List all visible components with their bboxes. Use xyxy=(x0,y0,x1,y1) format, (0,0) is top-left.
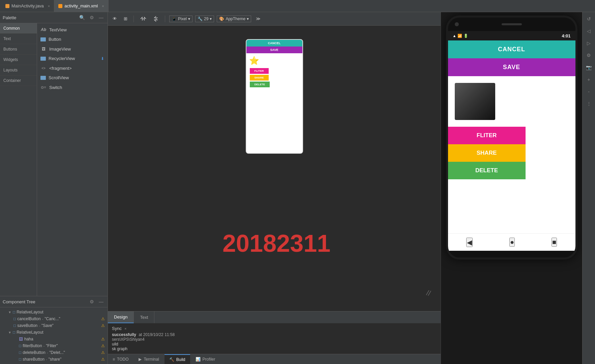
tree-item-relativelayout-root[interactable]: ▼ □ RelativeLayout xyxy=(0,309,108,315)
sync-close-btn[interactable]: × xyxy=(124,327,126,331)
tab-main-activity[interactable]: MainActivity.java × xyxy=(1,0,54,12)
palette-cat-text[interactable]: Text xyxy=(0,34,37,44)
tree-item-fliter-button[interactable]: □ fliterButton - "Fliter" ⚠ xyxy=(0,342,108,349)
tab-activity-main-close[interactable]: × xyxy=(102,4,104,8)
signal-icon: 📶 xyxy=(457,34,462,38)
design-canvas[interactable]: CANCEL SAVE ⭐ FLITER SHARE DELETE // 201… xyxy=(108,26,441,311)
palette-item-switch[interactable]: ⊙= Switch xyxy=(37,82,108,92)
grid-button[interactable]: ⊞ xyxy=(122,15,129,22)
build-tab-terminal[interactable]: ▶ Terminal xyxy=(134,354,163,364)
panel-left-button[interactable]: ◁ xyxy=(586,27,592,35)
panel-camera-button[interactable]: 📷 xyxy=(585,63,593,71)
theme-dropdown[interactable]: 🎨 AppTheme ▾ xyxy=(217,16,251,22)
folder-icon-delete: □ xyxy=(19,350,21,355)
java-icon xyxy=(5,4,9,8)
tree-item-share-label: shareButton xyxy=(23,357,44,362)
panel-gear-button[interactable]: ⚙ xyxy=(585,51,592,59)
device-dropdown[interactable]: 📱 Pixel ▾ xyxy=(169,16,192,22)
tree-settings-button[interactable]: ⚙ xyxy=(88,298,95,305)
phone-cancel-button[interactable]: CANCEL xyxy=(448,40,575,58)
panel-right-button[interactable]: ▷ xyxy=(586,39,592,47)
build-success-line: successfully at 2019/10/22 11:58 xyxy=(112,332,437,337)
mini-delete: DELETE xyxy=(250,82,270,87)
tree-item-relativelayout-root-label: RelativeLayout xyxy=(17,310,43,314)
phone-recent-button[interactable]: ■ xyxy=(552,238,557,247)
build-text: uild xyxy=(112,342,118,346)
tree-item-share-button[interactable]: □ shareButton - "share" ⚠ xyxy=(0,356,108,363)
folder-icon-cancel: □ xyxy=(13,316,16,321)
phone-delete-button[interactable]: DELETE xyxy=(448,162,526,179)
palette-cat-container[interactable]: Container xyxy=(0,75,37,86)
build-tab-profiler[interactable]: 📊 Profiler xyxy=(191,354,220,364)
panel-more-button[interactable]: ⋮ xyxy=(585,100,593,108)
build-tab-build[interactable]: 🔨 Build xyxy=(165,354,190,364)
tab-main-activity-close[interactable]: × xyxy=(48,4,50,8)
build-tab-profiler-label: Profiler xyxy=(203,357,215,362)
folder-icon-fliter: □ xyxy=(19,343,21,348)
phone-screen: CANCEL SAVE FLITER SHARE DELETE xyxy=(448,40,575,233)
tree-item-save-value: "Save" xyxy=(41,323,54,328)
build-path-line: sers\XPS\Shiyan4 xyxy=(112,337,437,342)
phone-home-button[interactable]: ● xyxy=(509,238,515,247)
warn-icon-fliter: ⚠ xyxy=(101,343,105,348)
palette-item-textview[interactable]: Ab TextView xyxy=(37,25,108,35)
build-tab-todo[interactable]: ≡ TODO xyxy=(108,354,133,364)
phone-share-button[interactable]: SHARE xyxy=(448,144,526,162)
palette-item-imageview[interactable]: 🖼 ImageView xyxy=(37,44,108,54)
build-tab-todo-label: TODO xyxy=(117,357,128,362)
tree-minimize-button[interactable]: — xyxy=(97,298,105,305)
arrow-up-down-button[interactable] xyxy=(151,14,161,23)
imageview-icon: 🖼 xyxy=(40,46,47,52)
panel-rotate-button[interactable]: ↺ xyxy=(586,15,592,23)
mini-phone-preview: CANCEL SAVE ⭐ FLITER SHARE DELETE xyxy=(246,39,303,154)
battery-icon: 🔋 xyxy=(464,34,468,38)
more-button[interactable]: ≫ xyxy=(254,15,263,22)
image-icon-haha: 🖼 xyxy=(19,337,23,341)
phone-save-button[interactable]: SAVE xyxy=(448,58,575,76)
palette-cat-layouts[interactable]: Layouts xyxy=(0,65,37,75)
expand-arrow-icon: ▼ xyxy=(8,310,11,314)
palette-settings-button[interactable]: ⚙ xyxy=(88,14,95,21)
tab-text[interactable]: Text xyxy=(134,311,154,323)
path-text: sers\XPS\Shiyan4 xyxy=(112,337,145,342)
arrow-left-button[interactable] xyxy=(138,15,149,23)
tree-item-delete-button[interactable]: □ deleteButton - "Delet..." ⚠ xyxy=(0,349,108,356)
palette-item-recyclerview[interactable]: RecyclerView ⬇ xyxy=(37,54,108,63)
tree-item-haha[interactable]: 🖼 haha ⚠ xyxy=(0,336,108,342)
phone-speaker xyxy=(502,23,522,25)
palette-search-button[interactable]: 🔍 xyxy=(78,14,86,21)
palette-item-fragment[interactable]: <> <fragment> xyxy=(37,63,108,73)
api-dropdown[interactable]: 🔧 29 ▾ xyxy=(195,16,214,22)
palette-cat-buttons[interactable]: Buttons xyxy=(0,44,37,55)
palette-item-textview-label: TextView xyxy=(49,27,67,32)
tree-item-save-button[interactable]: □ saveButton - "Save" ⚠ xyxy=(0,322,108,329)
phone-status-icons: ▲ 📶 🔋 xyxy=(453,34,469,38)
folder-icon-share: □ xyxy=(19,357,21,362)
component-tree: Component Tree ⚙ — ▼ □ RelativeLayout □ … xyxy=(0,296,108,364)
tree-item-cancel-button[interactable]: □ cancelButton - "Canc..." ⚠ xyxy=(0,315,108,322)
todo-icon: ≡ xyxy=(113,357,115,362)
main-area: Palette 🔍 ⚙ — Common Text Buttons Widget… xyxy=(0,12,595,364)
palette-cat-common[interactable]: Common xyxy=(0,23,37,34)
tree-item-share-value: "share" xyxy=(49,357,62,362)
panel-zoom-out-button[interactable]: - xyxy=(587,88,591,96)
palette-minimize-button[interactable]: — xyxy=(97,14,105,21)
palette-item-scrollview[interactable]: ScrollView xyxy=(37,73,108,82)
switch-icon: ⊙= xyxy=(40,84,47,90)
palette-item-button[interactable]: Button xyxy=(37,35,108,44)
separator-2 xyxy=(165,16,165,22)
eye-button[interactable]: 👁 xyxy=(111,15,119,22)
panel-zoom-in-button[interactable]: + xyxy=(586,75,591,84)
phone-fliter-button[interactable]: FLITER xyxy=(448,127,526,144)
mini-fliter: FLITER xyxy=(250,68,269,74)
tab-design[interactable]: Design xyxy=(108,311,134,323)
warn-icon-save: ⚠ xyxy=(101,323,105,328)
phone-status-bar: ▲ 📶 🔋 4:01 xyxy=(448,31,575,40)
phone-back-button[interactable]: ◀ xyxy=(466,238,473,247)
palette-cat-widgets[interactable]: Widgets xyxy=(0,55,37,65)
tab-activity-main[interactable]: activity_main.xml × xyxy=(54,0,108,12)
tree-item-fliter-value: "Fliter" xyxy=(46,343,58,348)
build-task-line: sk graph xyxy=(112,346,437,351)
tree-item-relativelayout-inner[interactable]: ▼ □ RelativeLayout xyxy=(0,329,108,336)
tree-item-delete-value: "Delet..." xyxy=(49,350,65,355)
